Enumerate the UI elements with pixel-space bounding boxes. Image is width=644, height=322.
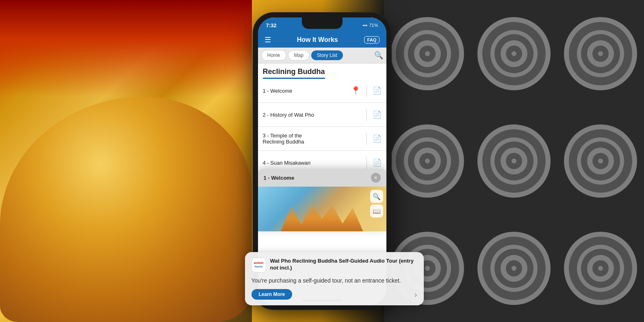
info-card-header: actiontours Wat Pho Reclining Buddha Sel…	[252, 258, 417, 272]
popup-book-button[interactable]: 📖	[370, 205, 383, 218]
document-icon-4[interactable]: 📄	[373, 158, 382, 167]
phone-notch	[302, 17, 343, 29]
document-icon-3[interactable]: 📄	[373, 134, 382, 143]
document-icon-2[interactable]: 📄	[373, 110, 382, 119]
story-divider-2	[366, 109, 367, 121]
tab-bar: Home Map Story List 🔍	[258, 48, 386, 63]
story-item-3-label: 3 - Temple of theReclining Buddha	[263, 133, 361, 145]
info-card: actiontours Wat Pho Reclining Buddha Sel…	[245, 252, 424, 305]
battery-icon: 71%	[369, 23, 378, 28]
faq-button[interactable]: FAQ	[364, 36, 380, 44]
signal-icon: ▪▪▪	[363, 23, 368, 28]
story-item-2[interactable]: 2 - History of Wat Pho 📄	[258, 103, 386, 127]
story-item-1[interactable]: 1 - Welcome 📍 📄	[258, 79, 386, 103]
search-icon[interactable]: 🔍	[374, 51, 383, 60]
status-time: 7:32	[266, 22, 277, 28]
info-card-footer: Learn More ›	[252, 289, 417, 300]
story-item-4-label: 4 - Suan Misakawan	[263, 160, 361, 166]
info-card-body: You're purchasing a self-guided tour, no…	[252, 276, 417, 285]
learn-more-button[interactable]: Learn More	[252, 289, 293, 300]
document-icon-1[interactable]: 📄	[373, 86, 382, 95]
popup-search-button[interactable]: 🔍	[370, 190, 383, 203]
location-pin-icon: 📍	[351, 86, 361, 96]
menu-icon[interactable]: ☰	[265, 35, 271, 44]
background-left-buddha	[0, 0, 252, 322]
tab-home[interactable]: Home	[261, 50, 286, 61]
story-divider-3	[366, 133, 367, 145]
popup-header: 1 - Welcome ×	[258, 169, 386, 187]
action-logo: actiontours	[252, 258, 266, 272]
tab-map[interactable]: Map	[288, 50, 310, 61]
info-card-title: Wat Pho Reclining Buddha Self-Guided Aud…	[270, 258, 417, 272]
story-list: 1 - Welcome 📍 📄 2 - History of Wat Pho 📄	[258, 79, 386, 175]
popup-close-button[interactable]: ×	[371, 173, 381, 183]
nav-title: How It Works	[297, 36, 338, 44]
story-item-2-label: 2 - History of Wat Pho	[263, 112, 361, 118]
popup-actions: 🔍 📖	[370, 190, 383, 218]
story-header-title: Reclining Buddha	[263, 67, 325, 76]
tab-story-list[interactable]: Story List	[311, 50, 343, 60]
status-icons: ▪▪▪ 71%	[363, 23, 378, 28]
story-item-1-label: 1 - Welcome	[263, 88, 347, 94]
nav-bar: ☰ How It Works FAQ	[258, 32, 386, 48]
story-divider-1	[366, 85, 367, 97]
popup-title: 1 - Welcome	[264, 175, 295, 181]
story-item-3[interactable]: 3 - Temple of theReclining Buddha 📄	[258, 127, 386, 151]
popup-image: 🔍 📖	[258, 187, 386, 231]
next-arrow-icon[interactable]: ›	[414, 290, 417, 299]
story-divider-4	[366, 157, 367, 169]
popup-card: 1 - Welcome × 🔍 📖	[258, 169, 386, 231]
phone-device: 7:32 ▪▪▪ 71% ☰ How It Works FAQ	[253, 13, 391, 309]
